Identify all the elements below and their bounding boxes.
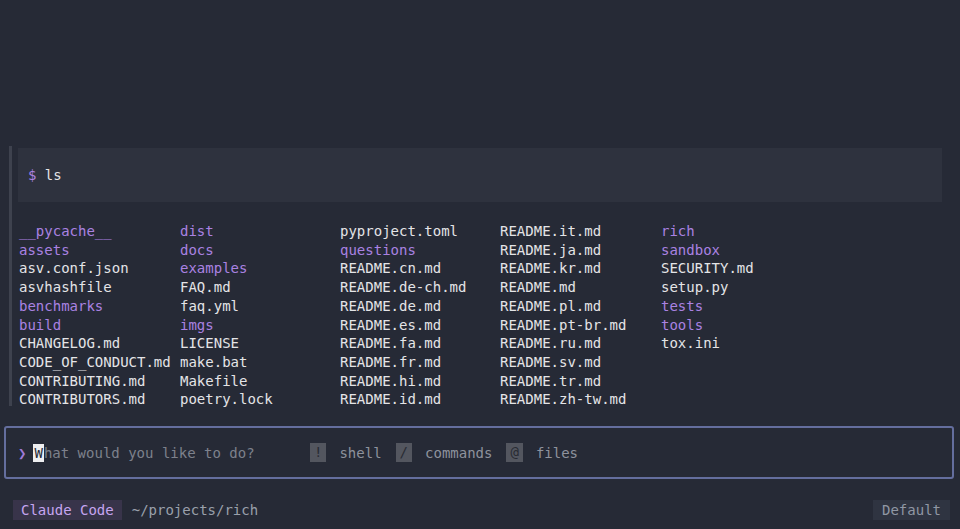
file-item: README.hi.md bbox=[340, 372, 466, 391]
directory-item: tools bbox=[661, 316, 754, 335]
file-item: README.tr.md bbox=[500, 372, 626, 391]
file-item: asvhashfile bbox=[19, 278, 171, 297]
directory-item: assets bbox=[19, 241, 171, 260]
output-gutter-bar bbox=[9, 146, 12, 406]
file-item: LICENSE bbox=[180, 334, 273, 353]
working-directory: ~/projects/rich bbox=[132, 502, 258, 518]
terminal-screen: $ ls __pycache__assetsasv.conf.jsonasvha… bbox=[0, 0, 960, 529]
listing-column: pyproject.tomlquestionsREADME.cn.mdREADM… bbox=[340, 222, 466, 409]
file-item: README.cn.md bbox=[340, 259, 466, 278]
directory-item: examples bbox=[180, 259, 273, 278]
directory-item: dist bbox=[180, 222, 273, 241]
file-item: Makefile bbox=[180, 372, 273, 391]
directory-item: docs bbox=[180, 241, 273, 260]
listing-column: README.it.mdREADME.ja.mdREADME.kr.mdREAD… bbox=[500, 222, 626, 409]
file-item: README.md bbox=[500, 278, 626, 297]
command-box: $ ls bbox=[18, 148, 942, 202]
file-item: poetry.lock bbox=[180, 390, 273, 409]
command-prompt-symbol: $ bbox=[28, 167, 36, 183]
file-item: README.it.md bbox=[500, 222, 626, 241]
file-item: SECURITY.md bbox=[661, 259, 754, 278]
directory-item: tests bbox=[661, 297, 754, 316]
listing-column: distdocsexamplesFAQ.mdfaq.ymlimgsLICENSE… bbox=[180, 222, 273, 409]
file-item: setup.py bbox=[661, 278, 754, 297]
shortcut-label: shell bbox=[339, 445, 381, 461]
file-item: FAQ.md bbox=[180, 278, 273, 297]
directory-item: build bbox=[19, 316, 171, 335]
directory-item: rich bbox=[661, 222, 754, 241]
file-item: README.kr.md bbox=[500, 259, 626, 278]
text-cursor: W bbox=[33, 444, 43, 462]
file-item: CODE_OF_CONDUCT.md bbox=[19, 353, 171, 372]
file-item: README.pl.md bbox=[500, 297, 626, 316]
file-item: README.fr.md bbox=[340, 353, 466, 372]
directory-item: __pycache__ bbox=[19, 222, 171, 241]
input-hints: !shell/commands@files bbox=[310, 428, 592, 477]
file-item: README.es.md bbox=[340, 316, 466, 335]
prompt-input-box[interactable]: ❯ W hat would you like to do? !shell/com… bbox=[4, 426, 954, 479]
file-item: tox.ini bbox=[661, 334, 754, 353]
directory-item: benchmarks bbox=[19, 297, 171, 316]
file-item: README.fa.md bbox=[340, 334, 466, 353]
command-text: ls bbox=[45, 167, 62, 183]
input-placeholder: hat would you like to do? bbox=[44, 445, 255, 461]
mode-badge[interactable]: Default bbox=[873, 500, 950, 520]
shortcut-key-badge: @ bbox=[506, 443, 522, 462]
directory-item: sandbox bbox=[661, 241, 754, 260]
shortcut-label: commands bbox=[425, 445, 492, 461]
file-item: README.de-ch.md bbox=[340, 278, 466, 297]
shortcut-label: files bbox=[536, 445, 578, 461]
file-item: faq.yml bbox=[180, 297, 273, 316]
shortcut-key-badge: ! bbox=[310, 443, 326, 462]
file-item: make.bat bbox=[180, 353, 273, 372]
file-item: README.pt-br.md bbox=[500, 316, 626, 335]
file-item: CONTRIBUTING.md bbox=[19, 372, 171, 391]
directory-item: imgs bbox=[180, 316, 273, 335]
file-item: README.sv.md bbox=[500, 353, 626, 372]
listing-column: __pycache__assetsasv.conf.jsonasvhashfil… bbox=[19, 222, 171, 409]
shortcut-key-badge: / bbox=[396, 443, 412, 462]
directory-item: questions bbox=[340, 241, 466, 260]
prompt-chevron-icon: ❯ bbox=[18, 445, 26, 461]
file-item: asv.conf.json bbox=[19, 259, 171, 278]
file-item: CHANGELOG.md bbox=[19, 334, 171, 353]
listing-column: richsandboxSECURITY.mdsetup.pyteststools… bbox=[661, 222, 754, 353]
status-bar: Claude Code ~/projects/rich Default bbox=[13, 498, 950, 521]
file-item: README.id.md bbox=[340, 390, 466, 409]
file-item: pyproject.toml bbox=[340, 222, 466, 241]
file-item: README.ru.md bbox=[500, 334, 626, 353]
app-badge: Claude Code bbox=[13, 500, 122, 520]
file-item: README.ja.md bbox=[500, 241, 626, 260]
file-item: README.de.md bbox=[340, 297, 466, 316]
file-item: CONTRIBUTORS.md bbox=[19, 390, 171, 409]
file-item: README.zh-tw.md bbox=[500, 390, 626, 409]
